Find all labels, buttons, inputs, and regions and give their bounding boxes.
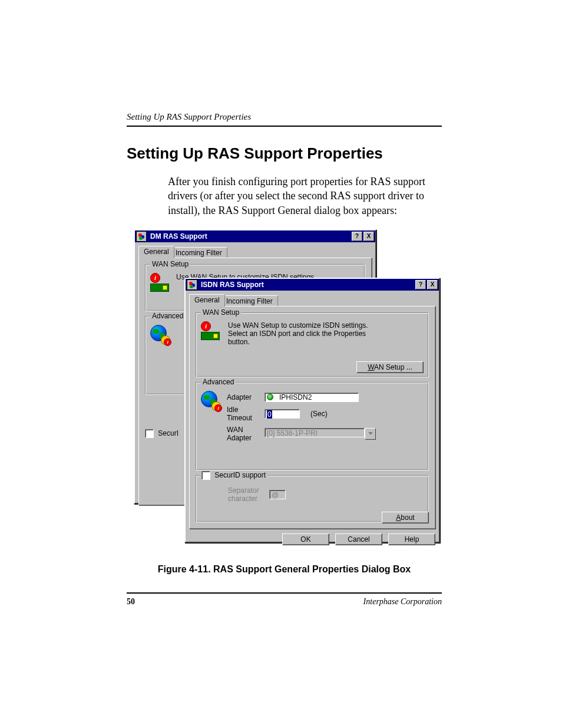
dialog-isdn-ras-support: ISDN RAS Support ? X General Incoming Fi… [184,278,440,543]
title-text-front: ISDN RAS Support [200,281,414,289]
section-paragraph: After you finish configuring port proper… [168,174,442,218]
help-button-back[interactable]: ? [352,232,362,241]
info-icon: i [150,273,160,283]
wan-adapter-label-2: Adapter [227,434,265,442]
advanced-legend: Advanced [201,378,236,386]
close-button-front[interactable]: X [427,280,438,289]
tab-general-back[interactable]: General [138,246,174,258]
page-number: 50 [127,597,135,607]
header-rule [127,126,442,127]
adapter-label: Adapter [227,393,265,401]
idle-label-2: Timeout [227,414,265,422]
wan-setup-legend: WAN Setup [201,308,241,317]
app-icon [187,279,197,290]
info-icon: i [201,321,211,331]
wan-setup-icon: i [150,273,170,292]
help-button[interactable]: Help [388,533,435,545]
about-button[interactable]: About [382,512,429,523]
wan-setup-icon: i [201,321,221,340]
wan-adapter-label-1: WAN [227,426,265,434]
adapter-value: IPHISDN2 [279,393,312,401]
wan-setup-text-line1: Use WAN Setup to customize ISDN settings… [228,321,368,330]
securid-checkbox-back[interactable] [145,429,154,438]
wan-setup-text-line2: Select an ISDN port and click the Proper… [228,330,368,338]
running-head: Setting Up RAS Support Properties [127,112,442,122]
svg-marker-6 [368,432,373,435]
separator-label-2: character [228,495,269,503]
idle-timeout-input[interactable]: 0 [265,409,300,419]
tab-general-front[interactable]: General [189,294,225,307]
titlebar-back[interactable]: DM RAS Support ? X [135,230,375,242]
status-led-icon [267,394,273,400]
advanced-legend-back: Advanced [150,312,185,320]
securid-label-back: SecurI [158,429,178,437]
wan-setup-legend-back: WAN Setup [150,260,190,268]
section-title: Setting Up RAS Support Properties [127,144,442,163]
footer-rule [127,592,442,594]
ok-button[interactable]: OK [282,533,329,545]
figure-caption: Figure 4-11. RAS Support General Propert… [127,564,442,575]
idle-label-1: Idle [227,406,265,414]
securid-label: SecurID support [214,471,266,479]
company-name: Interphase Corporation [363,597,442,607]
globe-icon: i [150,325,169,344]
globe-icon: i [201,391,220,410]
titlebar-front[interactable]: ISDN RAS Support ? X [186,279,439,291]
adapter-field: IPHISDN2 [265,393,359,402]
separator-input: @ [269,490,286,499]
svg-point-2 [139,236,143,240]
figure-screenshot: DM RAS Support ? X General Incoming Filt… [127,229,442,542]
wan-setup-text-line3: button. [228,338,368,346]
tab-incoming-filter-back[interactable]: Incoming Filter [170,247,227,258]
title-text-back: DM RAS Support [149,232,351,241]
close-button-back[interactable]: X [363,232,374,241]
cancel-button[interactable]: Cancel [335,533,382,545]
securid-checkbox[interactable] [201,471,210,480]
wan-adapter-combo: [0] 5536-1P-PRI [265,428,365,437]
idle-unit-label: (Sec) [310,410,328,418]
tab-incoming-filter-front[interactable]: Incoming Filter [221,295,278,307]
app-icon [136,231,147,242]
svg-point-5 [190,285,193,288]
separator-label-1: Separator [228,486,269,495]
help-button-front[interactable]: ? [415,280,426,289]
chevron-down-icon [365,428,376,440]
wan-setup-button[interactable]: WAN Setup ... [356,361,424,373]
